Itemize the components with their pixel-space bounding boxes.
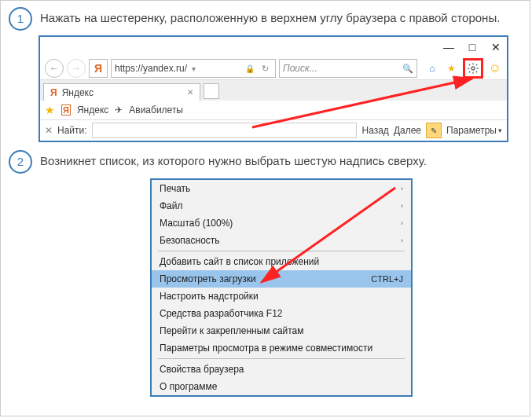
close-icon[interactable]: ✕ [490,41,502,53]
bookmark-avia[interactable]: Авиабилеты [129,104,183,116]
bookmarks-bar: ★ Я Яндекс ✈ Авиабилеты [40,101,507,120]
chevron-down-icon: ▾ [498,126,502,134]
window-controls: — □ ✕ [40,37,507,57]
menu-downloads-shortcut: CTRL+J [371,274,403,284]
chevron-right-icon: › [401,236,403,244]
plane-icon: ✈ [115,104,123,116]
menu-pinned[interactable]: Перейти к закрепленным сайтам [152,322,411,339]
step-2-number: 2 [9,150,32,174]
menu-add-site[interactable]: Добавить сайт в список приложений [152,253,411,270]
menu-compat[interactable]: Параметры просмотра в режиме совместимос… [152,339,411,357]
search-input[interactable]: Поиск... 🔍 [279,59,417,78]
settings-gear-highlighted[interactable] [463,58,483,79]
tab-close-icon[interactable]: ✕ [187,88,193,97]
menu-about[interactable]: О программе [152,378,411,395]
star-icon[interactable]: ★ [45,104,55,116]
favorites-icon[interactable]: ★ [444,61,458,75]
address-bar: ← → Я https://yandex.ru/ ▾ 🔒 ↻ Поиск... … [40,57,507,80]
forward-icon[interactable]: → [67,59,86,78]
menu-zoom[interactable]: Масштаб (100%)› [152,214,411,232]
tab-strip: Я Яндекс ✕ [40,80,507,101]
find-bar: ✕ Найти: Назад Далее ✎ Параметры ▾ [40,120,507,141]
menu-props[interactable]: Свойства браузера [152,361,411,378]
gear-icon [467,62,479,75]
step-1: 1 Нажать на шестеренку, расположенную в … [9,7,522,31]
menu-f12[interactable]: Средства разработчика F12 [152,305,411,322]
step-1-text: Нажать на шестеренку, расположенную в ве… [40,7,500,26]
settings-menu: Печать› Файл› Масштаб (100%)› Безопаснос… [150,178,413,397]
menu-file[interactable]: Файл› [152,197,411,214]
find-back-button[interactable]: Назад [361,125,388,136]
tab-yandex[interactable]: Я Яндекс ✕ [43,83,200,101]
menu-separator [158,358,405,359]
find-close-icon[interactable]: ✕ [45,125,53,136]
menu-downloads[interactable]: Просмотреть загрузки CTRL+J [152,270,411,288]
tab-title: Яндекс [62,87,94,98]
chevron-right-icon: › [401,219,403,227]
url-text: https://yandex.ru/ [115,63,187,74]
yandex-logo-icon[interactable]: Я [89,59,108,78]
find-next-button[interactable]: Далее [394,125,421,136]
home-icon[interactable]: ⌂ [425,61,439,75]
svg-point-0 [471,67,475,70]
padlock-icon: 🔒 [245,64,255,73]
step-2: 2 Возникнет список, из которого нужно вы… [9,150,522,174]
search-placeholder: Поиск... [283,63,317,74]
search-icon[interactable]: 🔍 [402,64,413,74]
bookmark-yandex-icon: Я [61,104,71,116]
find-input[interactable] [92,123,358,138]
chevron-right-icon: › [401,185,403,192]
chevron-right-icon: › [401,202,403,210]
lock-icon: ▾ [192,64,196,73]
find-label: Найти: [57,125,87,136]
highlight-icon[interactable]: ✎ [426,123,442,138]
new-tab-button[interactable] [204,83,219,99]
step-1-number: 1 [9,7,32,31]
menu-print[interactable]: Печать› [152,180,411,197]
menu-separator [158,251,405,251]
smiley-icon[interactable]: ☺ [488,61,502,75]
step-2-text: Возникнет список, из которого нужно выбр… [40,150,427,169]
tab-favicon: Я [50,87,57,98]
menu-addons[interactable]: Настроить надстройки [152,288,411,305]
bookmark-yandex[interactable]: Яндекс [77,104,108,116]
find-params-button[interactable]: Параметры ▾ [446,125,502,136]
back-icon[interactable]: ← [45,59,64,78]
minimize-icon[interactable]: — [442,41,455,53]
url-input[interactable]: https://yandex.ru/ ▾ 🔒 ↻ [111,59,276,78]
browser-screenshot: — □ ✕ ← → Я https://yandex.ru/ ▾ 🔒 ↻ Пои… [39,35,508,142]
menu-security[interactable]: Безопасность› [152,232,411,249]
maximize-icon[interactable]: □ [466,41,479,53]
refresh-icon[interactable]: ↻ [258,61,272,75]
